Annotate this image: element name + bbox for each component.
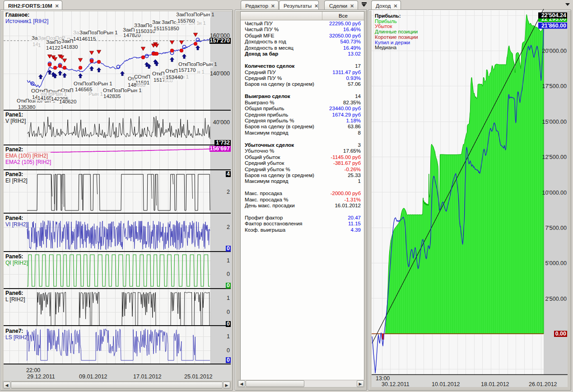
svg-text:2: 2 <box>227 224 230 230</box>
svg-text:Прибыль:: Прибыль: <box>375 13 401 19</box>
svg-text:Рын 1: Рын 1 <box>89 91 103 97</box>
svg-text:5'000.00: 5'000.00 <box>545 260 567 266</box>
svg-text:Главное:: Главное: <box>5 12 29 18</box>
svg-text:EI [RIH2]: EI [RIH2] <box>5 177 28 184</box>
svg-text:ЗакП: ЗакП <box>123 27 135 33</box>
svg-text:З: З <box>134 23 137 28</box>
svg-text:09.01.2012: 09.01.2012 <box>79 373 107 380</box>
svg-text:25.01.2012: 25.01.2012 <box>184 373 213 380</box>
svg-text:ЗакПозПоРын 1: ЗакПозПоРын 1 <box>176 12 214 17</box>
svg-text:Pane3:: Pane3: <box>5 171 23 177</box>
svg-text:140'000: 140'000 <box>210 70 230 77</box>
svg-text:1150310: 1150310 <box>135 28 155 34</box>
svg-text:155760: 155760 <box>177 18 195 23</box>
svg-text:142835: 142835 <box>103 93 121 99</box>
svg-text:1'732: 1'732 <box>216 140 230 146</box>
svg-text:2: 2 <box>227 189 230 195</box>
svg-text:ОткПозПоРын 1: ОткПозПоРын 1 <box>103 88 142 93</box>
svg-text:151151850: 151151850 <box>154 26 179 31</box>
svg-text:26.01.2012: 26.01.2012 <box>529 381 557 387</box>
svg-text:Зак: Зак <box>152 19 161 25</box>
svg-text:За: За <box>32 35 38 41</box>
svg-text:ЗакПо: ЗакПо <box>46 39 61 45</box>
svg-text:LS [RIH2]: LS [RIH2] <box>5 334 29 341</box>
svg-text:Pane7:: Pane7: <box>5 328 23 334</box>
svg-text:135380: 135380 <box>18 104 35 110</box>
svg-text:157170: 157170 <box>178 67 196 73</box>
svg-text:QI [RIH2]: QI [RIH2] <box>5 260 28 266</box>
svg-text:н 1: н 1 <box>199 20 206 26</box>
svg-text:40'000: 40'000 <box>213 119 230 126</box>
svg-text:14122: 14122 <box>46 45 61 51</box>
svg-text:Pane5:: Pane5: <box>5 253 23 260</box>
svg-text:1517: 1517 <box>154 77 165 83</box>
svg-text:Короткие позиции: Короткие позиции <box>375 34 418 40</box>
svg-text:0: 0 <box>227 309 230 315</box>
svg-text:н 1: н 1 <box>197 69 205 75</box>
svg-text:156'697: 156'697 <box>210 145 230 152</box>
svg-text:14146115: 14146115 <box>73 36 96 42</box>
svg-text:0: 0 <box>227 321 230 327</box>
svg-text:За: За <box>73 30 79 35</box>
svg-text:Прибыль: Прибыль <box>375 19 397 24</box>
svg-text:1: 1 <box>38 42 41 48</box>
svg-text:О: О <box>31 88 35 93</box>
svg-text:17'500.00: 17'500.00 <box>542 83 567 89</box>
svg-text:EMA2 (105) [RIH2]: EMA2 (105) [RIH2] <box>5 159 51 165</box>
svg-text:141830: 141830 <box>61 44 78 50</box>
svg-text:12'500.00: 12'500.00 <box>542 154 567 160</box>
svg-text:ЗакПо: ЗакПо <box>137 23 152 28</box>
svg-text:14165: 14165 <box>37 95 52 101</box>
svg-text:10'000.00: 10'000.00 <box>542 190 567 196</box>
svg-text:4: 4 <box>227 171 230 177</box>
svg-text:0: 0 <box>227 282 230 289</box>
svg-text:0: 0 <box>227 347 230 354</box>
svg-text:22'504.24: 22'504.24 <box>541 12 566 19</box>
svg-text:ОткПозПоРын 1: ОткПозПоРын 1 <box>74 81 112 86</box>
svg-text:L [RIH2]: L [RIH2] <box>5 296 25 303</box>
svg-text:ОткП: ОткП <box>165 68 178 74</box>
svg-text:20'000.00: 20'000.00 <box>542 48 567 54</box>
svg-text:0: 0 <box>227 357 230 363</box>
svg-text:ОткПозПоРын 1: ОткПозПоРын 1 <box>178 61 217 67</box>
svg-text:ЗакПозПоРын 1: ЗакПозПоРын 1 <box>79 30 118 35</box>
svg-text:21'860.00: 21'860.00 <box>541 23 566 29</box>
svg-text:157'270: 157'270 <box>210 37 230 44</box>
svg-text:0: 0 <box>227 245 230 252</box>
svg-text:0: 0 <box>227 271 230 277</box>
svg-text:1: 1 <box>227 295 230 301</box>
svg-text:0.00: 0.00 <box>555 331 566 337</box>
svg-text:Pane1:: Pane1: <box>5 112 23 118</box>
svg-text:30.12.2011: 30.12.2011 <box>382 381 410 387</box>
svg-text:Pane6:: Pane6: <box>5 290 23 296</box>
svg-text:Длинные позиции: Длинные позиции <box>375 29 418 34</box>
svg-text:1: 1 <box>227 333 230 340</box>
svg-text:18.01.2012: 18.01.2012 <box>481 381 509 387</box>
svg-text:EMA (100) [RIH2]: EMA (100) [RIH2] <box>5 153 48 159</box>
svg-text:ЗакПо: ЗакПо <box>162 19 177 25</box>
svg-text:Медиана: Медиана <box>375 45 397 50</box>
svg-text:17.01.2012: 17.01.2012 <box>133 373 162 380</box>
svg-text:Pane4:: Pane4: <box>5 215 23 221</box>
svg-text:Купил и держи: Купил и держи <box>375 40 410 45</box>
svg-text:Pane2:: Pane2: <box>5 146 23 153</box>
svg-text:СОткП: СОткП <box>134 74 150 79</box>
svg-text:VI [RIH2]: VI [RIH2] <box>5 221 28 228</box>
svg-text:2'500.00: 2'500.00 <box>545 296 567 302</box>
svg-text:7'500.00: 7'500.00 <box>545 225 567 231</box>
svg-text:15'000.00: 15'000.00 <box>542 119 567 125</box>
svg-text:V [RIH2]: V [RIH2] <box>5 118 26 124</box>
svg-text:140620: 140620 <box>59 99 76 104</box>
svg-text:1: 1 <box>227 257 230 264</box>
svg-text:Источник1 [RIH2]: Источник1 [RIH2] <box>5 18 48 24</box>
svg-text:29.12.2011: 29.12.2011 <box>27 373 55 380</box>
svg-text:13:00: 13:00 <box>376 375 390 382</box>
svg-text:ЗакП: ЗакП <box>61 38 74 44</box>
svg-text:153440: 153440 <box>166 75 183 80</box>
svg-text:Убыток: Убыток <box>375 23 392 29</box>
svg-text:148: 148 <box>128 82 136 88</box>
svg-text:10.01.2012: 10.01.2012 <box>432 381 460 387</box>
svg-text:655: 655 <box>137 82 145 88</box>
svg-text:22:00: 22:00 <box>26 367 40 373</box>
